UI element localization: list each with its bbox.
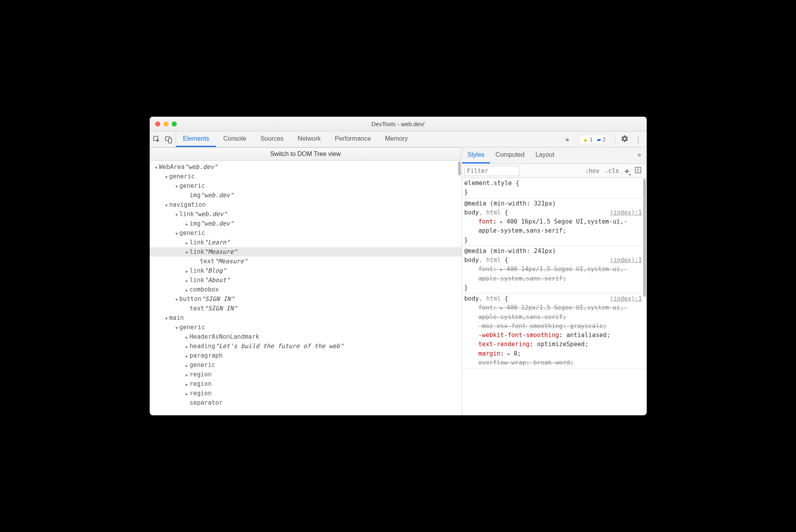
css-declaration[interactable]: margin: ▶ 0; — [464, 349, 632, 358]
sidebar-tab-computed[interactable]: Computed — [490, 147, 530, 163]
tree-row[interactable]: generic — [150, 360, 462, 370]
css-rule[interactable]: (index):1body, html {font: ▶ 400 12px/1.… — [462, 294, 647, 369]
tree-row[interactable]: WebArea "web.dev" — [150, 162, 462, 172]
tree-row[interactable]: link "Measure" — [150, 247, 462, 257]
warnings-badge[interactable]: ▲ 1 — [583, 136, 593, 143]
disclosure-right-icon[interactable] — [184, 352, 190, 359]
tree-row[interactable]: region — [150, 379, 462, 389]
tree-row[interactable]: link "web.dev" — [150, 209, 462, 219]
disclosure-right-icon[interactable] — [184, 239, 190, 246]
tree-row[interactable]: link "Learn" — [150, 238, 462, 247]
css-rule[interactable]: @media (min-width: 321px)(index):1body, … — [462, 198, 647, 246]
source-link[interactable]: (index):1 — [610, 208, 642, 217]
tree-row[interactable]: region — [150, 389, 462, 398]
toggle-hover-button[interactable]: :hov — [585, 167, 599, 174]
tree-row[interactable]: text "SIGN IN" — [150, 304, 462, 313]
panel-tabs-overflow[interactable]: » — [560, 136, 574, 143]
tree-row[interactable]: combobox — [150, 285, 462, 294]
panel-tab-sources[interactable]: Sources — [253, 132, 291, 147]
tree-row[interactable]: button "SIGN IN" — [150, 294, 462, 304]
tree-row[interactable]: main — [150, 313, 462, 323]
expand-shorthand-icon[interactable]: ▶ — [501, 219, 503, 225]
tree-row[interactable]: img "web.dev" — [150, 219, 462, 228]
disclosure-right-icon[interactable] — [184, 371, 190, 378]
expand-shorthand-icon[interactable]: ▶ — [508, 351, 510, 357]
disclosure-down-icon[interactable] — [184, 248, 190, 255]
issues-badge[interactable]: ▰ 2 — [597, 136, 606, 143]
disclosure-down-icon[interactable] — [174, 295, 180, 303]
tree-row[interactable]: text "Measure" — [150, 257, 462, 266]
css-declaration[interactable]: -webkit-font-smoothing: antialiased; — [464, 331, 632, 340]
styles-rules[interactable]: element.style {}@media (min-width: 321px… — [462, 178, 647, 415]
panel-tab-memory[interactable]: Memory — [378, 132, 415, 147]
panel-tab-elements[interactable]: Elements — [176, 132, 216, 147]
css-rule[interactable]: element.style {} — [462, 178, 647, 198]
tree-row[interactable]: generic — [150, 323, 462, 332]
disclosure-right-icon[interactable] — [184, 343, 190, 350]
switch-to-dom-tree-button[interactable]: Switch to DOM Tree view — [150, 147, 461, 161]
tree-row[interactable]: generic — [150, 228, 462, 238]
tree-row[interactable]: img "web.dev" — [150, 191, 462, 200]
new-style-rule-button[interactable]: + — [624, 166, 629, 176]
disclosure-right-icon[interactable] — [184, 380, 190, 387]
source-link[interactable]: (index):1 — [610, 256, 642, 265]
tree-node-role: heading — [190, 343, 215, 350]
disclosure-right-icon[interactable] — [184, 333, 190, 340]
tree-scrollbar[interactable] — [458, 161, 461, 175]
expand-shorthand-icon[interactable]: ▶ — [501, 305, 503, 311]
sidebar-tabs-overflow[interactable]: » — [632, 147, 647, 163]
tree-row[interactable]: separator — [150, 398, 462, 407]
settings-icon[interactable] — [621, 135, 629, 144]
inspect-element-icon[interactable] — [153, 136, 161, 143]
sidebar-tab-styles[interactable]: Styles — [462, 147, 490, 163]
more-options-icon[interactable]: ⋮ — [634, 138, 642, 141]
css-declaration[interactable]: -moz-osx-font-smoothing: grayscale; — [464, 322, 632, 331]
selector-line: (index):1body, html { — [464, 208, 632, 217]
disclosure-right-icon[interactable] — [184, 220, 190, 227]
disclosure-down-icon[interactable] — [164, 201, 169, 208]
disclosure-right-icon[interactable] — [184, 286, 190, 293]
accessibility-tree[interactable]: WebArea "web.dev" generic generic img "w… — [150, 161, 462, 415]
expand-shorthand-icon[interactable]: ▶ — [501, 266, 503, 272]
close-window-button[interactable] — [155, 121, 160, 127]
console-badges[interactable]: ▲ 1 ▰ 2 — [579, 135, 609, 144]
disclosure-right-icon[interactable] — [184, 390, 190, 397]
zoom-window-button[interactable] — [172, 121, 177, 127]
device-toolbar-icon[interactable] — [165, 136, 172, 143]
disclosure-down-icon[interactable] — [174, 182, 180, 189]
disclosure-right-icon[interactable] — [184, 277, 190, 284]
tree-row[interactable]: generic — [150, 181, 462, 191]
css-declaration[interactable]: overflow-wrap: break-word; — [464, 358, 632, 367]
disclosure-down-icon[interactable] — [164, 314, 169, 321]
tree-row[interactable]: heading "Let's build the future of the w… — [150, 341, 462, 351]
tree-row[interactable]: region — [150, 370, 462, 379]
css-declaration[interactable]: font: ▶ 400 14px/1.5 Segoe UI,system-ui,… — [464, 265, 632, 283]
tree-row[interactable]: generic — [150, 172, 462, 181]
css-rule[interactable]: @media (min-width: 241px)(index):1body, … — [462, 246, 647, 294]
tree-row[interactable]: HeaderAsNonLandmark — [150, 332, 462, 341]
tree-row[interactable]: link "Blog" — [150, 266, 462, 275]
sidebar-tab-layout[interactable]: Layout — [530, 147, 560, 163]
tree-row[interactable]: paragraph — [150, 351, 462, 360]
panel-tab-network[interactable]: Network — [291, 132, 328, 147]
disclosure-down-icon[interactable] — [164, 173, 169, 180]
tree-row[interactable]: navigation — [150, 200, 462, 209]
css-declaration[interactable]: text-rendering: optimizeSpeed; — [464, 340, 632, 349]
css-declaration[interactable]: font: ▶ 400 12px/1.5 Segoe UI,system-ui,… — [464, 303, 632, 322]
panel-tab-console[interactable]: Console — [216, 132, 253, 147]
disclosure-down-icon[interactable] — [154, 163, 159, 171]
disclosure-right-icon[interactable] — [184, 361, 190, 369]
toggle-classes-button[interactable]: .cls — [605, 167, 619, 174]
css-declaration[interactable]: font: ▶ 400 16px/1.5 Segoe UI,system-ui,… — [464, 217, 632, 236]
tree-row[interactable]: link "About" — [150, 275, 462, 285]
disclosure-down-icon[interactable] — [174, 211, 180, 218]
disclosure-right-icon[interactable] — [184, 267, 190, 274]
panel-tab-performance[interactable]: Performance — [328, 132, 378, 147]
minimize-window-button[interactable] — [163, 121, 169, 127]
disclosure-down-icon[interactable] — [174, 324, 180, 331]
titlebar: DevTools - web.dev/ — [150, 117, 647, 132]
source-link[interactable]: (index):1 — [610, 294, 642, 303]
disclosure-down-icon[interactable] — [174, 229, 180, 237]
computed-styles-sidebar-icon[interactable] — [635, 167, 641, 175]
styles-filter-input[interactable] — [464, 166, 519, 176]
